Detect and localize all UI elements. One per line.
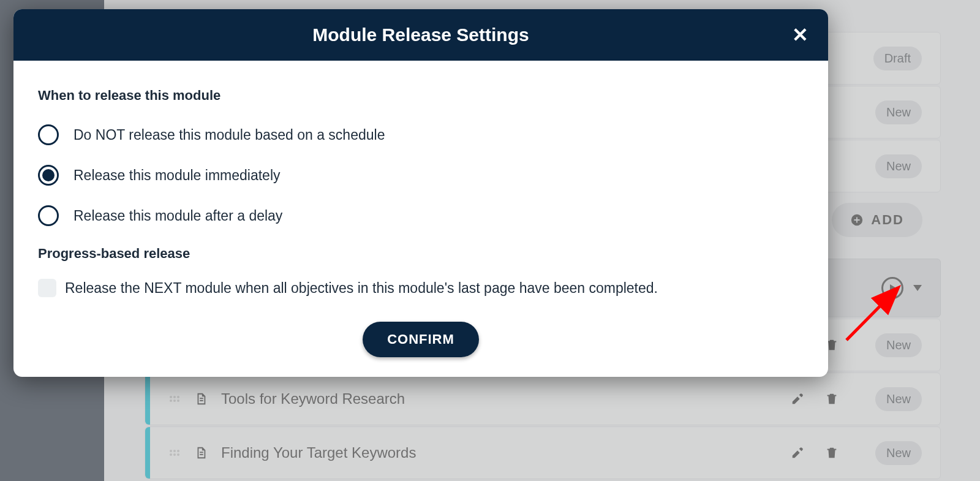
checkbox-icon (38, 279, 56, 297)
radio-icon (38, 165, 59, 186)
confirm-button[interactable]: CONFIRM (363, 322, 479, 357)
radio-icon (38, 205, 59, 226)
confirm-button-label: CONFIRM (387, 331, 454, 347)
radio-label: Do NOT release this module based on a sc… (74, 127, 385, 143)
radio-option-no-schedule[interactable]: Do NOT release this module based on a sc… (38, 124, 804, 145)
modal-header: Module Release Settings ✕ (13, 9, 828, 61)
radio-label: Release this module immediately (74, 167, 281, 184)
release-settings-modal: Module Release Settings ✕ When to releas… (13, 9, 828, 377)
checkbox-release-next[interactable]: Release the NEXT module when all objecti… (38, 279, 804, 297)
modal-body: When to release this module Do NOT relea… (13, 61, 828, 377)
section-label-schedule: When to release this module (38, 88, 804, 104)
modal-title: Module Release Settings (312, 25, 529, 45)
section-label-progress: Progress-based release (38, 246, 804, 262)
radio-option-delay[interactable]: Release this module after a delay (38, 205, 804, 226)
checkbox-label: Release the NEXT module when all objecti… (65, 280, 658, 297)
close-icon: ✕ (792, 24, 809, 46)
radio-icon (38, 124, 59, 145)
close-button[interactable]: ✕ (792, 23, 809, 47)
confirm-wrap: CONFIRM (38, 322, 804, 357)
radio-label: Release this module after a delay (74, 208, 282, 224)
radio-option-immediately[interactable]: Release this module immediately (38, 165, 804, 186)
